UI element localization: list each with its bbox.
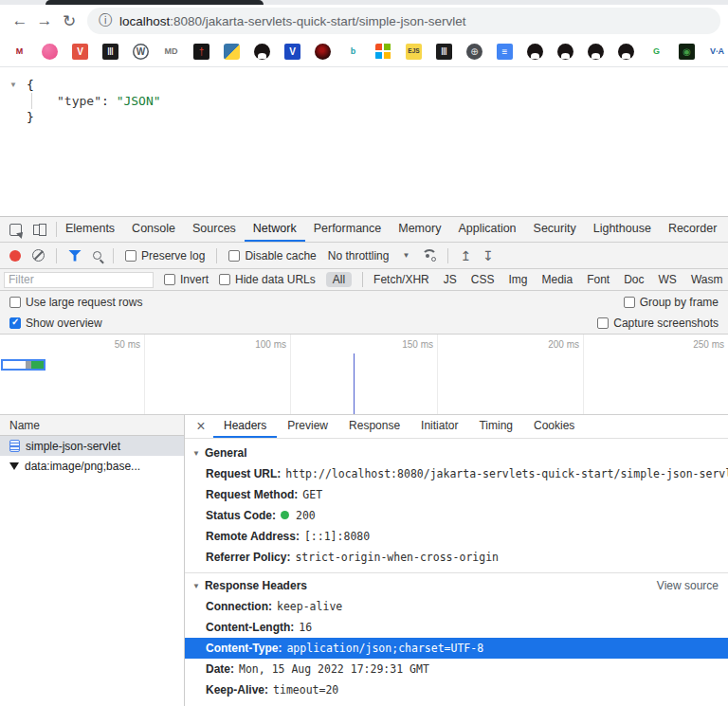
bookmark-github-5[interactable] xyxy=(618,44,634,60)
detail-tab-response[interactable]: Response xyxy=(338,415,410,438)
capture-screenshots-checkbox[interactable]: Capture screenshots xyxy=(597,317,719,330)
bookmark-dark-red-orb[interactable] xyxy=(315,44,331,60)
filter-type-js[interactable]: JS xyxy=(442,272,459,287)
bookmark-github-3[interactable] xyxy=(557,44,573,60)
throttling-select[interactable]: No throttling ▼ xyxy=(328,249,410,262)
request-row[interactable]: data:image/png;base... xyxy=(0,456,184,476)
request-row[interactable]: simple-json-servlet xyxy=(0,436,184,456)
use-large-request-rows-checkbox[interactable]: Use large request rows xyxy=(9,296,142,309)
record-network-log-button[interactable] xyxy=(9,250,21,262)
network-overview-timeline[interactable]: 50 ms100 ms150 ms200 ms250 ms xyxy=(0,335,728,415)
bookmark-v-red[interactable]: V xyxy=(72,44,88,60)
bookmark-microsoft[interactable] xyxy=(375,44,391,60)
bookmark-voa[interactable]: V∙A xyxy=(709,44,725,60)
checkbox-unchecked[interactable] xyxy=(125,250,136,262)
tab-elements[interactable]: Elements xyxy=(57,217,123,242)
bookmark-docs-blue[interactable]: ≡ xyxy=(497,44,513,60)
tab-console[interactable]: Console xyxy=(123,217,184,242)
hide-data-urls-checkbox[interactable]: Hide data URLs xyxy=(219,273,316,286)
tab-memory[interactable]: Memory xyxy=(390,217,449,242)
filter-type-doc[interactable]: Doc xyxy=(622,272,646,287)
bookmark-bank-dark[interactable]: Ⅲ xyxy=(102,44,118,60)
json-collapse-caret[interactable]: ▼ xyxy=(9,81,17,89)
section-collapse-caret: ▼ xyxy=(192,582,200,590)
tab-performance[interactable]: Performance xyxy=(305,217,391,242)
checkbox-unchecked[interactable] xyxy=(9,297,21,308)
network-main-area: Name simple-json-servlet data:image/png;… xyxy=(0,415,728,706)
status-200-dot xyxy=(281,511,289,519)
detail-tab-initiator[interactable]: Initiator xyxy=(410,415,468,438)
back-button[interactable]: ← xyxy=(8,9,32,33)
device-toolbar-icon[interactable] xyxy=(33,224,46,235)
bookmark-b-teal[interactable]: b xyxy=(345,44,361,60)
timeline-tick: 200 ms xyxy=(470,335,584,414)
bookmark-github-1[interactable] xyxy=(254,44,270,60)
bookmark-dribbble[interactable] xyxy=(42,44,58,60)
timeline-tick: 250 ms xyxy=(615,335,728,414)
forward-button[interactable]: → xyxy=(32,9,57,33)
checkbox-unchecked[interactable] xyxy=(597,317,609,329)
filter-type-media[interactable]: Media xyxy=(539,272,574,287)
filter-type-all[interactable]: All xyxy=(326,272,352,287)
import-har-icon[interactable]: ↥ xyxy=(460,249,471,262)
show-overview-checkbox[interactable]: Show overview xyxy=(9,317,102,330)
bookmark-github-2[interactable] xyxy=(527,44,543,60)
reload-button[interactable]: ↻ xyxy=(57,9,82,33)
response-headers-section-header[interactable]: ▼ Response Headers View source xyxy=(185,575,728,596)
checkbox-checked[interactable] xyxy=(9,317,21,329)
bookmark-bank-dark-2[interactable]: Ⅲ xyxy=(436,44,452,60)
checkbox-unchecked[interactable] xyxy=(228,250,240,262)
bookmark-v-blue[interactable]: V xyxy=(284,44,300,60)
filter-type-ws[interactable]: WS xyxy=(657,272,679,287)
bookmark-m-red[interactable]: M xyxy=(11,44,27,60)
network-conditions-icon[interactable] xyxy=(421,249,436,262)
bookmark-ejs[interactable]: EJS xyxy=(406,44,422,60)
header-row: Request Method:GET xyxy=(185,484,728,505)
tab-recorder[interactable]: Recorder xyxy=(660,217,725,242)
tab-lighthouse[interactable]: Lighthouse xyxy=(585,217,660,242)
preserve-log-checkbox[interactable]: Preserve log xyxy=(125,249,205,262)
group-by-frame-checkbox[interactable]: Group by frame xyxy=(624,296,719,309)
bookmark-globe-dark[interactable]: ⊕ xyxy=(466,44,482,60)
bookmark-wordpress[interactable]: W xyxy=(133,44,149,60)
header-row: Keep-Alive:timeout=20 xyxy=(185,679,728,700)
bookmark-dark-green-badge[interactable]: ◉ xyxy=(679,44,695,60)
close-details-icon[interactable]: × xyxy=(191,415,211,438)
clear-network-log-icon[interactable] xyxy=(32,249,45,262)
tab-security[interactable]: Security xyxy=(525,217,585,242)
filter-type-font[interactable]: Font xyxy=(585,272,611,287)
search-icon[interactable] xyxy=(93,251,101,260)
inspect-element-icon[interactable] xyxy=(9,224,22,236)
general-section-header[interactable]: ▼ General xyxy=(185,443,728,463)
filter-type-wasm[interactable]: Wasm xyxy=(689,272,724,287)
bookmark-md[interactable]: MD xyxy=(163,44,179,60)
name-column-header[interactable]: Name xyxy=(0,415,184,436)
disable-cache-checkbox[interactable]: Disable cache xyxy=(228,249,316,262)
devtools-tab-bar: ElementsConsoleSourcesNetworkPerformance… xyxy=(0,217,728,243)
filter-type-fetch-xhr[interactable]: Fetch/XHR xyxy=(362,272,431,287)
filter-funnel-icon[interactable] xyxy=(68,250,82,262)
checkbox-unchecked[interactable] xyxy=(164,274,175,285)
export-har-icon[interactable]: ↧ xyxy=(482,249,494,262)
tab-application[interactable]: Application xyxy=(449,217,524,242)
bookmark-g-green[interactable]: G xyxy=(648,44,664,60)
checkbox-unchecked[interactable] xyxy=(624,297,635,308)
detail-tab-preview[interactable]: Preview xyxy=(277,415,338,438)
tab-network[interactable]: Network xyxy=(245,217,305,242)
bookmark-dark-cross[interactable]: † xyxy=(193,44,209,60)
tab-sources[interactable]: Sources xyxy=(184,217,245,242)
filter-type-img[interactable]: Img xyxy=(506,272,529,287)
filter-input[interactable] xyxy=(4,272,154,288)
view-source-link[interactable]: View source xyxy=(657,579,719,592)
invert-checkbox[interactable]: Invert xyxy=(164,273,209,286)
checkbox-unchecked[interactable] xyxy=(219,274,230,285)
bookmark-python[interactable] xyxy=(224,44,240,60)
bookmark-github-4[interactable] xyxy=(588,44,604,60)
site-info-icon[interactable]: ⓘ xyxy=(99,12,112,29)
detail-tab-cookies[interactable]: Cookies xyxy=(523,415,585,438)
detail-tab-timing[interactable]: Timing xyxy=(468,415,523,438)
filter-type-css[interactable]: CSS xyxy=(469,272,497,287)
section-collapse-caret: ▼ xyxy=(192,449,200,458)
detail-tab-headers[interactable]: Headers xyxy=(213,415,277,438)
address-bar[interactable]: ⓘ localhost:8080/jakarta-servlets-quick-… xyxy=(87,8,720,34)
